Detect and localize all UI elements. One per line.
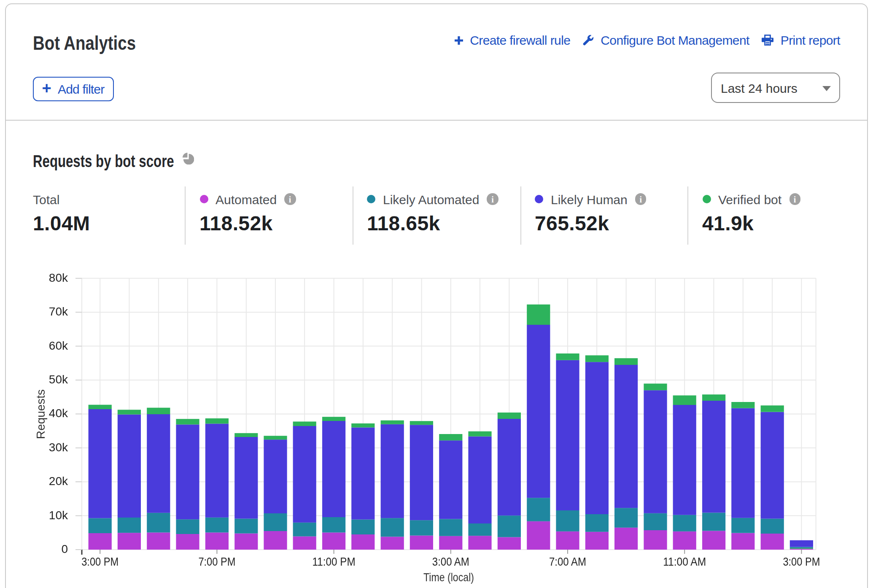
svg-text:3:00 AM: 3:00 AM	[432, 555, 469, 568]
svg-text:0: 0	[61, 542, 68, 556]
svg-text:Time (local): Time (local)	[423, 571, 474, 584]
svg-text:80k: 80k	[49, 271, 68, 284]
svg-text:11:00 PM: 11:00 PM	[313, 555, 356, 568]
svg-text:70k: 70k	[49, 305, 68, 318]
svg-text:10k: 10k	[49, 509, 68, 522]
svg-text:50k: 50k	[49, 373, 68, 386]
svg-text:20k: 20k	[49, 475, 68, 488]
svg-text:3:00 PM: 3:00 PM	[783, 555, 820, 568]
svg-text:60k: 60k	[49, 339, 68, 352]
svg-text:40k: 40k	[49, 407, 68, 420]
svg-text:7:00 AM: 7:00 AM	[549, 555, 586, 568]
svg-text:Requests: Requests	[34, 389, 47, 439]
svg-text:30k: 30k	[49, 441, 68, 454]
svg-text:3:00 PM: 3:00 PM	[81, 555, 119, 568]
svg-text:11:00 AM: 11:00 AM	[663, 555, 706, 568]
svg-text:7:00 PM: 7:00 PM	[198, 555, 235, 568]
